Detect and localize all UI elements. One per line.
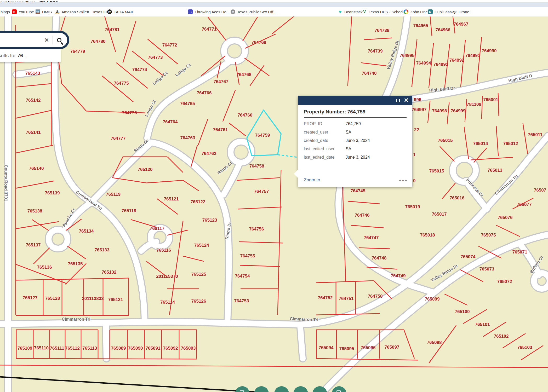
parcel-label-765137[interactable]: 765137 [26, 243, 41, 248]
parcel-label-764738[interactable]: 764738 [375, 28, 390, 33]
parcel-label-765102[interactable]: 765102 [494, 334, 509, 339]
search-icon[interactable] [57, 38, 61, 42]
parcel-label-765141[interactable]: 765141 [26, 130, 41, 135]
bookmark-zoho-one[interactable]: Zoho One [404, 8, 428, 15]
map-canvas[interactable]: 7647817647807647797647717647727647737647… [0, 16, 548, 392]
map-tool-button-1[interactable] [235, 386, 250, 392]
bookmark-taha-mail[interactable]: WTAHA MAIL [107, 8, 134, 15]
parcel-label-765128[interactable]: 765128 [45, 296, 60, 301]
parcel-label-764755[interactable]: 764755 [240, 253, 255, 259]
parcel-label-765011[interactable]: 765011 [528, 132, 543, 137]
parcel-label-765133[interactable]: 765133 [95, 247, 110, 253]
parcel-label-765132[interactable]: 765132 [102, 270, 117, 275]
popup-more-options-icon[interactable]: ●●● [399, 178, 408, 182]
parcel-label-765121[interactable]: 765121 [164, 197, 179, 202]
parcel-label-765120[interactable]: 765120 [138, 167, 153, 172]
bookmark-youtube[interactable]: ▶YouTube [12, 8, 34, 15]
parcel-label-764765[interactable]: 764765 [180, 101, 195, 106]
parcel-label-764763[interactable]: 764763 [180, 135, 195, 141]
parcel-label-764764[interactable]: 764764 [163, 119, 178, 125]
parcel-label-781109[interactable]: 781109 [467, 102, 481, 107]
parcel-label-764766[interactable]: 764766 [197, 90, 212, 96]
parcel-label-764757[interactable]: 764757 [254, 189, 269, 194]
parcel-label-765143[interactable]: 765143 [25, 71, 40, 76]
parcel-label-764777[interactable]: 764777 [111, 136, 126, 141]
parcel-label-764753[interactable]: 764753 [234, 298, 249, 304]
parcel-label-765074[interactable]: 765074 [461, 254, 476, 260]
map-tool-button-3[interactable] [274, 386, 289, 392]
parcel-label-765073[interactable]: 765073 [480, 267, 494, 272]
parcel-label-764745[interactable]: 764745 [351, 188, 366, 194]
parcel-label-764754[interactable]: 764754 [235, 274, 250, 279]
parcel-label-765135[interactable]: 765135 [68, 261, 83, 267]
parcel-label-765015[interactable]: 765015 [429, 169, 444, 174]
parcel-label-764992[interactable]: 764992 [449, 58, 464, 63]
parcel-label-765093[interactable]: 765093 [181, 346, 196, 351]
parcel-label-765101[interactable]: 765101 [475, 322, 490, 327]
parcel-label-765103[interactable]: 765103 [517, 345, 532, 350]
parcel-label-765001[interactable]: 765001 [483, 97, 498, 102]
parcel-label-765095[interactable]: 765095 [339, 346, 354, 351]
parcel-label-765111[interactable]: 765111 [50, 346, 64, 351]
parcel-label-764776[interactable]: 764776 [122, 110, 137, 116]
parcel-label-764781[interactable]: 764781 [105, 27, 120, 32]
parcel-label-765134[interactable]: 765134 [79, 229, 94, 234]
parcel-label-764749[interactable]: 764749 [391, 273, 406, 279]
parcel-label-764746[interactable]: 764746 [355, 213, 370, 218]
parcel-label-765092[interactable]: 765092 [163, 346, 178, 351]
bookmark-amazon-smile[interactable]: aAmazon Smile [55, 8, 87, 15]
parcel-label-765019[interactable]: 765019 [405, 204, 420, 210]
parcel-label-764998[interactable]: 764998 [432, 108, 447, 114]
parcel-label-765091[interactable]: 765091 [146, 346, 161, 351]
parcel-label-765076[interactable]: 765076 [498, 215, 513, 220]
bookmark-drone[interactable]: djiDrone [452, 8, 469, 15]
parcel-label-764966[interactable]: 764966 [436, 27, 450, 33]
maximize-icon[interactable] [396, 99, 400, 102]
parcel-label-764780[interactable]: 764780 [91, 39, 106, 44]
zoom-to-link[interactable]: Zoom to [304, 177, 320, 183]
parcel-label-764759[interactable]: 764759 [255, 133, 270, 138]
parcel-label-764991[interactable]: 764991 [465, 53, 480, 58]
parcel-label-765112[interactable]: 765112 [65, 346, 80, 351]
parcel-label-765098[interactable]: 765098 [427, 340, 442, 345]
parcel-label-764990[interactable]: 764990 [482, 48, 497, 54]
parcel-label-765114[interactable]: 765114 [160, 300, 175, 305]
parcel-label-765071[interactable]: 765071 [512, 250, 527, 255]
parcel-label-765118[interactable]: 765118 [122, 208, 136, 214]
parcel-label-765100[interactable]: 765100 [455, 309, 470, 314]
parcel-label-764752[interactable]: 764752 [318, 295, 333, 301]
parcel-label-764775[interactable]: 764775 [114, 81, 129, 86]
parcel-label-201113833[interactable]: 201113833 [82, 296, 104, 301]
parcel-label-765125[interactable]: 765125 [191, 272, 206, 277]
parcel-label-764997[interactable]: 764997 [412, 107, 427, 112]
parcel-label-765072[interactable]: 765072 [497, 279, 512, 284]
parcel-label-765017[interactable]: 765017 [432, 212, 447, 217]
parcel-label-764760[interactable]: 764760 [238, 113, 253, 118]
parcel-label-764768[interactable]: 764768 [237, 72, 252, 77]
parcel-label-765119[interactable]: 765119 [106, 192, 121, 197]
parcel-label-764967[interactable]: 764967 [454, 22, 469, 27]
parcel-label-765014[interactable]: 765014 [473, 141, 488, 146]
parcel-label-765123[interactable]: 765123 [202, 218, 217, 223]
parcel-label-765013[interactable]: 765013 [488, 168, 503, 173]
parcel-label-764999[interactable]: 764999 [451, 108, 466, 114]
parcel-label-764767[interactable]: 764767 [214, 79, 229, 84]
parcel-label-764995[interactable]: 764995 [400, 53, 415, 58]
parcel-label-765077[interactable]: 765077 [517, 202, 532, 207]
parcel-label-765090[interactable]: 765090 [128, 346, 143, 351]
parcel-label-765116[interactable]: 765116 [156, 248, 171, 253]
bookmark-throwing-aces-ho[interactable]: ⋮⋮Throwing Aces Ho... [188, 8, 230, 15]
parcel-label-765131[interactable]: 765131 [108, 297, 123, 302]
bookmark-cubicasa[interactable]: ▶CubiCasa [428, 8, 452, 15]
parcel-label-764769[interactable]: 764769 [252, 40, 266, 45]
parcel-label-201115370[interactable]: 201115370 [156, 274, 178, 279]
bookmark-hmis[interactable]: WSHMIS [36, 8, 52, 15]
parcel-label-765075[interactable]: 765075 [481, 233, 496, 238]
parcel-label-765089[interactable]: 765089 [111, 346, 126, 351]
map-tool-button-5[interactable] [312, 386, 327, 392]
parcel-label-765136[interactable]: 765136 [37, 265, 52, 270]
parcel-label-765117[interactable]: 765117 [150, 226, 164, 231]
parcel-label-764762[interactable]: 764762 [202, 151, 216, 156]
parcel-label-765122[interactable]: 765122 [191, 199, 206, 205]
parcel-label-765139[interactable]: 765139 [45, 191, 60, 196]
